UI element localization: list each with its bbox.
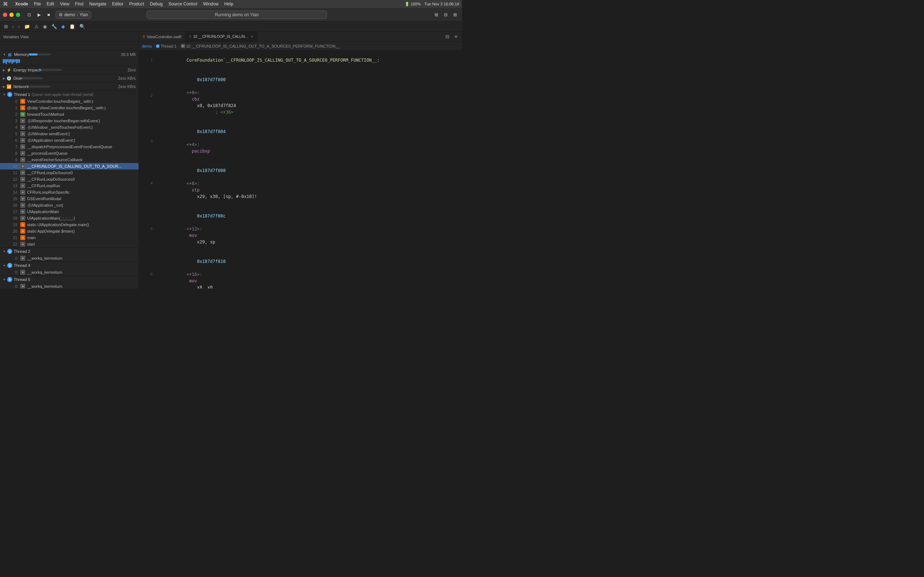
- stack-frame-20[interactable]: 20 S static AppDelegate.$main(): [0, 228, 139, 234]
- thread4-expand-icon: ▼: [3, 264, 6, 267]
- frame-icon-1: S: [20, 105, 25, 110]
- menubar-window[interactable]: Window: [203, 2, 219, 6]
- thread5-frame-0[interactable]: 0 ▪ __workq_kernreturn: [0, 283, 139, 288]
- stack-frame-3[interactable]: 3 ▪ -[UIResponder touchesBegan:withEvent…: [0, 118, 139, 124]
- breadcrumb-frame[interactable]: ≡ 10 __CFRUNLOOP_IS_CALLING_OUT_TO_A_SOU…: [181, 44, 340, 48]
- menubar-xcode[interactable]: Xcode: [15, 2, 28, 6]
- menubar-find[interactable]: Find: [75, 2, 83, 6]
- stack-frame-1[interactable]: 1 S @objc ViewController.touchesBegan(_:…: [0, 105, 139, 111]
- scheme-selector[interactable]: ⚙ demo › Yian: [56, 11, 91, 19]
- energy-gauge: [40, 69, 62, 71]
- frame-num-22: 22: [9, 242, 17, 246]
- memory-section: ▼ ▦ Memory 36.9 MB: [0, 50, 139, 66]
- stack-frame-14[interactable]: 14 ▪ CFRunLoopRunSpecific: [0, 189, 139, 195]
- asm-comment-2: ; <+36>: [187, 110, 234, 115]
- breadcrumb-thread[interactable]: Thread 1: [156, 44, 176, 48]
- stack-frame-16[interactable]: 16 ▪ -[UIApplication _run]: [0, 202, 139, 208]
- stack-frame-13[interactable]: 13 ▪ __CFRunLoopRun: [0, 182, 139, 189]
- stack-frame-22[interactable]: 22 ▪ start: [0, 241, 139, 247]
- thread1-queue: Queue: com.apple.main-thread (serial): [32, 93, 94, 97]
- menubar-product[interactable]: Product: [129, 2, 144, 6]
- menubar-editor[interactable]: Editor: [112, 2, 123, 6]
- disk-header[interactable]: ▶ 💿 Disk Zero KB/s: [0, 74, 139, 82]
- mem-bar-2: [4, 59, 5, 63]
- thread5-header[interactable]: ▼ 5 Thread 5: [0, 276, 139, 283]
- stack-frame-7[interactable]: 7 ▪ __dispatchPreprocessedEventFromEvent…: [0, 143, 139, 150]
- code-editor[interactable]: 1 CoreFoundation`__CFRUNLOOP_IS_CALLING_…: [139, 50, 462, 288]
- maximize-button[interactable]: [16, 13, 20, 17]
- tab-close-button[interactable]: ✕: [250, 35, 254, 39]
- network-value: Zero KB/s: [118, 84, 136, 89]
- stack-frame-8[interactable]: 8 ▪ __processEventQueue: [0, 150, 139, 156]
- menubar-view[interactable]: View: [60, 2, 69, 6]
- asm-offset-6: <+16>:: [187, 272, 205, 277]
- t4-frame-num-0: 0: [9, 270, 17, 274]
- menubar-navigate[interactable]: Navigate: [89, 2, 106, 6]
- thread2-frame-0[interactable]: 0 ▪ __workq_kernreturn: [0, 255, 139, 261]
- breadcrumb-demo[interactable]: demo: [142, 44, 152, 48]
- menubar-source-control[interactable]: Source Control: [168, 2, 197, 6]
- t2-frame-num-0: 0: [9, 256, 17, 260]
- menubar-edit[interactable]: Edit: [47, 2, 54, 6]
- forward-button[interactable]: ›: [16, 23, 21, 30]
- test-icon[interactable]: ◉: [41, 23, 49, 30]
- find-icon[interactable]: 🔍: [78, 23, 87, 30]
- stack-frame-11[interactable]: 11 ▪ __CFRunLoopDoSource0: [0, 169, 139, 176]
- stack-frame-0[interactable]: 0 S ViewController.touchesBegan(_:with:): [0, 98, 139, 105]
- sidebar-toggle-button[interactable]: ⊡: [25, 11, 33, 18]
- stack-frame-12[interactable]: 12 ▪ __CFRunLoopDoSources0: [0, 176, 139, 182]
- stack-frame-15[interactable]: 15 ▪ GSEventRunModal: [0, 195, 139, 202]
- frame-icon-14: ▪: [20, 190, 25, 195]
- stack-frame-6[interactable]: 6 ▪ -[UIApplication sendEvent:]: [0, 137, 139, 143]
- stack-frame-18[interactable]: 18 ▪ UIApplicationMain(_:_:_:_:): [0, 215, 139, 221]
- warning-icon[interactable]: ⚠: [32, 23, 40, 30]
- frame-num-4: 4: [9, 125, 17, 129]
- back-button[interactable]: ‹: [10, 23, 16, 30]
- navigator-icon[interactable]: ⊞: [2, 23, 10, 30]
- thread4-frame-0[interactable]: 0 ▪ __workq_kernreturn: [0, 269, 139, 276]
- run-button[interactable]: ▶: [36, 11, 43, 18]
- stack-frame-4[interactable]: 4 ▪ -[UIWindow _sendTouchesForEvent:]: [0, 124, 139, 131]
- debug-icon[interactable]: 🔧: [50, 23, 59, 30]
- thread4-section: ▼ 4 Thread 4 0 ▪ __workq_kernreturn: [0, 262, 139, 276]
- folder-icon[interactable]: 📁: [23, 23, 32, 30]
- thread1-header[interactable]: ▼ 1 Thread 1 Queue: com.apple.main-threa…: [0, 91, 139, 98]
- close-button[interactable]: [3, 13, 7, 17]
- code-review-button[interactable]: ≡: [452, 33, 459, 40]
- split-editor-button[interactable]: ⊟: [444, 33, 451, 40]
- apple-menu[interactable]: ⌘: [3, 1, 8, 7]
- breadcrumb-sep2: ›: [178, 44, 179, 48]
- layout-button[interactable]: ⊞: [432, 11, 440, 18]
- network-header[interactable]: ▶ 📶 Network Zero KB/s: [0, 82, 139, 90]
- stack-frame-17[interactable]: 17 ▪ UIApplicationMain: [0, 208, 139, 215]
- stack-frame-19[interactable]: 19 S static UIApplicationDelegate.main(): [0, 221, 139, 228]
- minimize-button[interactable]: [10, 13, 14, 17]
- tab-cfrunloop[interactable]: A 10 __CFRUNLOOP_IS_CALLING_OUT_TO_A_SOU…: [185, 32, 257, 42]
- panel-header-label: Variables View: [3, 35, 29, 39]
- energy-header[interactable]: ▶ ⚡ Energy Impact Zero: [0, 66, 139, 74]
- code-line-5: 5 0x187d7f80c <+12>: mov x29, sp: [139, 206, 462, 252]
- breadcrumb-sep1: ›: [153, 44, 155, 48]
- frame-label-22: start: [27, 242, 35, 246]
- menubar-help[interactable]: Help: [224, 2, 233, 6]
- breakpoint-icon[interactable]: ◆: [60, 23, 67, 30]
- menubar-file[interactable]: File: [34, 2, 41, 6]
- tab-label-viewcontroller: ViewController.swift: [147, 35, 181, 39]
- tab-viewcontroller[interactable]: S ViewController.swift: [139, 32, 185, 42]
- memory-header[interactable]: ▼ ▦ Memory 36.9 MB: [0, 50, 139, 58]
- stack-frame-9[interactable]: 9 ▪ __eventFetcherSourceCallback: [0, 156, 139, 163]
- thread2-header[interactable]: ▼ 2 Thread 2: [0, 248, 139, 255]
- env-icon[interactable]: 📋: [68, 23, 77, 30]
- frame-label-8: __processEventQueue: [27, 151, 68, 155]
- thread4-header[interactable]: ▼ 4 Thread 4: [0, 262, 139, 269]
- stack-frame-10[interactable]: 10 ▪ __CFRUNLOOP_IS_CALLING_OUT_TO_A_SOU…: [0, 163, 139, 169]
- menubar-debug[interactable]: Debug: [150, 2, 162, 6]
- thread2-label: Thread 2: [14, 249, 30, 253]
- frame-label-16: -[UIApplication _run]: [27, 203, 63, 207]
- sidebar-right-button[interactable]: ⊞: [451, 11, 459, 18]
- panel-button[interactable]: ⊟: [442, 11, 450, 18]
- stack-frame-5[interactable]: 5 ▪ -[UIWindow sendEvent:]: [0, 131, 139, 137]
- stop-button[interactable]: ■: [45, 11, 52, 18]
- stack-frame-2[interactable]: 2 O forwardTouchMethod: [0, 111, 139, 118]
- stack-frame-21[interactable]: 21 S main: [0, 234, 139, 241]
